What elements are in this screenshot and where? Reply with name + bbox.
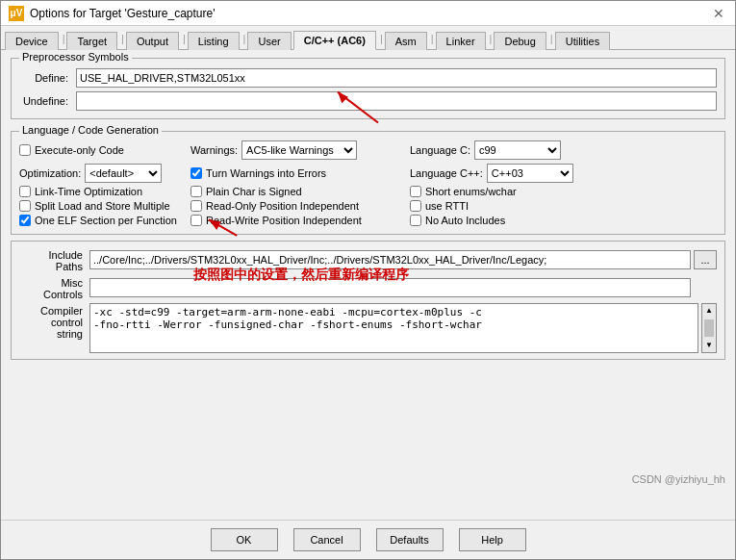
browse-button[interactable]: ...: [694, 250, 717, 269]
split-load-row: Split Load and Store Multiple: [19, 200, 183, 212]
preprocessor-group-title: Preprocessor Symbols: [19, 51, 132, 63]
defaults-button[interactable]: Defaults: [376, 528, 444, 551]
undefine-label: Undefine:: [19, 95, 72, 107]
col2-r5: Read-Write Position Independent: [190, 215, 402, 226]
tab-linker[interactable]: Linker: [436, 32, 486, 50]
include-paths-input[interactable]: ../Core/Inc;../Drivers/STM32L0xx_HAL_Dri…: [89, 250, 691, 269]
tab-output[interactable]: Output: [126, 32, 179, 50]
execute-only-row: Execute-only Code: [19, 144, 183, 156]
tab-device[interactable]: Device: [5, 32, 59, 50]
preprocessor-group: Preprocessor Symbols Define: Undefine:: [11, 58, 725, 119]
close-button[interactable]: ✕: [710, 5, 727, 22]
plain-char-label: Plain Char is Signed: [206, 186, 302, 197]
one-elf-label: One ELF Section per Function: [35, 215, 177, 226]
lang-row3: Link-Time Optimization Plain Char is Sig…: [19, 186, 717, 197]
bottom-buttons: OK Cancel Defaults Help: [1, 520, 735, 559]
col3-r4: use RTTI: [410, 200, 717, 212]
lang-row5: One ELF Section per Function Read-Write …: [19, 215, 717, 226]
warnings-row: Warnings: AC5-like Warnings No Warnings …: [190, 140, 402, 160]
link-time-label: Link-Time Optimization: [35, 186, 142, 197]
col1-r3: Link-Time Optimization: [19, 186, 183, 197]
read-write-pos-checkbox[interactable]: [190, 215, 202, 226]
tab-user[interactable]: User: [247, 32, 291, 50]
include-group: IncludePaths ../Core/Inc;../Drivers/STM3…: [11, 241, 725, 360]
scroll-up-btn[interactable]: ▲: [705, 304, 713, 318]
execute-only-label: Execute-only Code: [35, 144, 124, 156]
compiler-scrollbar: ▲ ▼: [701, 303, 717, 353]
compiler-control-input[interactable]: -xc -std=c99 -target=arm-arm-none-eabi -…: [89, 303, 698, 353]
col2-r1: Warnings: AC5-like Warnings No Warnings …: [190, 140, 402, 160]
language-cpp-select[interactable]: C++03 C++11 C++14: [487, 164, 573, 183]
col3-r1: Language C: c99 c11 gnu99: [410, 140, 717, 160]
scroll-thumb: [704, 319, 714, 337]
split-load-label: Split Load and Store Multiple: [35, 200, 170, 212]
short-enums-row: Short enums/wchar: [410, 186, 717, 197]
watermark: CSDN @yizhiyu_hh: [632, 473, 725, 485]
define-input[interactable]: [76, 68, 717, 88]
tab-listing[interactable]: Listing: [188, 32, 240, 50]
cancel-button[interactable]: Cancel: [293, 528, 361, 551]
split-load-checkbox[interactable]: [19, 200, 31, 212]
no-auto-includes-checkbox[interactable]: [410, 215, 421, 226]
language-c-row: Language C: c99 c11 gnu99: [410, 140, 717, 160]
ok-button[interactable]: OK: [211, 528, 278, 551]
main-window: μV Options for Target 'Gesture_capture' …: [0, 0, 736, 560]
language-cpp-label: Language C++:: [410, 167, 483, 179]
turn-warnings-checkbox[interactable]: [190, 167, 202, 179]
language-group-title: Language / Code Generation: [19, 124, 162, 136]
optimization-row: Optimization: <default> -O0 -O1 -O2 -O3 …: [19, 164, 183, 183]
short-enums-label: Short enums/wchar: [425, 186, 517, 197]
include-paths-label: IncludePaths: [19, 247, 87, 272]
optimization-select[interactable]: <default> -O0 -O1 -O2 -O3 -Os: [85, 164, 162, 183]
tab-cc-ac6[interactable]: C/C++ (AC6): [293, 31, 376, 50]
language-c-label: Language C:: [410, 144, 470, 156]
define-row: Define:: [19, 68, 717, 88]
use-rtti-row: use RTTI: [410, 200, 717, 212]
execute-only-checkbox[interactable]: [19, 144, 31, 156]
app-icon: μV: [9, 6, 24, 21]
turn-warnings-row: Turn Warnings into Errors: [190, 167, 402, 179]
language-cpp-row: Language C++: C++03 C++11 C++14: [410, 164, 717, 183]
col2-r4: Read-Only Position Independent: [190, 200, 402, 212]
plain-char-row: Plain Char is Signed: [190, 186, 402, 197]
tab-target[interactable]: Target: [66, 32, 117, 50]
col1-r5: One ELF Section per Function: [19, 215, 183, 226]
tab-utilities[interactable]: Utilities: [555, 32, 610, 50]
titlebar: μV Options for Target 'Gesture_capture' …: [1, 1, 735, 26]
use-rtti-checkbox[interactable]: [410, 200, 421, 212]
short-enums-checkbox[interactable]: [410, 186, 421, 197]
misc-controls-label: MiscControls: [19, 275, 87, 300]
define-label: Define:: [19, 72, 72, 84]
tab-asm[interactable]: Asm: [385, 32, 427, 50]
misc-controls-input[interactable]: [89, 278, 691, 297]
col1-r4: Split Load and Store Multiple: [19, 200, 183, 212]
lang-row2: Optimization: <default> -O0 -O1 -O2 -O3 …: [19, 164, 717, 183]
no-auto-includes-row: No Auto Includes: [410, 215, 717, 226]
read-only-pos-label: Read-Only Position Independent: [206, 200, 359, 212]
undefine-input[interactable]: [76, 91, 717, 111]
help-button[interactable]: Help: [459, 528, 526, 551]
col1-r2: Optimization: <default> -O0 -O1 -O2 -O3 …: [19, 164, 183, 183]
read-only-pos-row: Read-Only Position Independent: [190, 200, 402, 212]
warnings-label: Warnings:: [190, 144, 238, 156]
plain-char-checkbox[interactable]: [190, 186, 202, 197]
scroll-down-btn[interactable]: ▼: [705, 339, 713, 352]
content-wrapper: Preprocessor Symbols Define: Undefine: L…: [1, 50, 735, 520]
lang-row4: Split Load and Store Multiple Read-Only …: [19, 200, 717, 212]
read-write-pos-label: Read-Write Position Independent: [206, 215, 362, 226]
language-c-select[interactable]: c99 c11 gnu99: [474, 140, 561, 160]
tab-debug[interactable]: Debug: [494, 32, 546, 50]
one-elf-checkbox[interactable]: [19, 215, 31, 226]
turn-warnings-label: Turn Warnings into Errors: [206, 167, 326, 179]
compiler-control-label: Compilercontrolstring: [19, 303, 87, 340]
lang-row1: Execute-only Code Warnings: AC5-like War…: [19, 140, 717, 160]
no-auto-includes-label: No Auto Includes: [425, 215, 505, 226]
link-time-checkbox[interactable]: [19, 186, 31, 197]
read-only-pos-checkbox[interactable]: [190, 200, 202, 212]
use-rtti-label: use RTTI: [425, 200, 469, 212]
optimization-label: Optimization:: [19, 167, 81, 179]
read-write-pos-row: Read-Write Position Independent: [190, 215, 402, 226]
col3-r3: Short enums/wchar: [410, 186, 717, 197]
warnings-select[interactable]: AC5-like Warnings No Warnings All Warnin…: [241, 140, 357, 160]
col3-r2: Language C++: C++03 C++11 C++14: [410, 164, 717, 183]
